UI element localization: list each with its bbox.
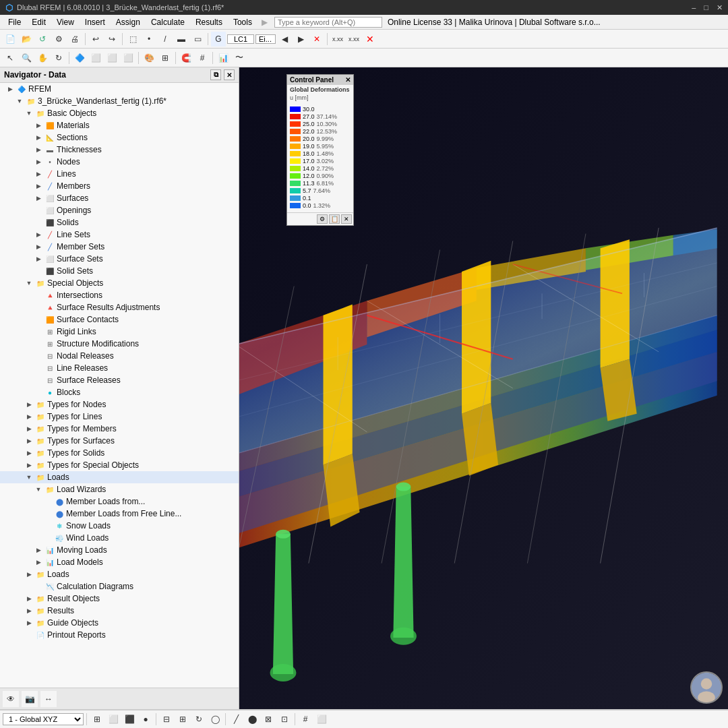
- grid-btn[interactable]: #: [195, 51, 210, 65]
- view-select[interactable]: 1 - Global XYZ: [3, 713, 84, 725]
- tree-surface-sets[interactable]: ▶ ⬜ Surface Sets: [0, 253, 239, 265]
- bt1[interactable]: ⊞: [90, 712, 104, 727]
- bt13[interactable]: #: [298, 712, 313, 727]
- tree-loads[interactable]: ▶ 📁 Loads: [0, 568, 239, 580]
- print-btn[interactable]: 🖨: [67, 32, 82, 47]
- tree-thicknesses[interactable]: ▶ ▬ Thicknesses: [0, 144, 239, 156]
- viewyz-btn[interactable]: ⬜: [121, 51, 135, 65]
- pan-btn[interactable]: ✋: [35, 51, 50, 65]
- calc-btn[interactable]: G: [211, 32, 226, 47]
- line-btn[interactable]: /: [158, 32, 173, 47]
- control-panel-close[interactable]: ✕: [345, 76, 351, 84]
- tree-guide-objects[interactable]: ▶ 📁 Guide Objects: [0, 617, 239, 629]
- tree-calc-diagrams[interactable]: 📉 Calculation Diagrams: [0, 580, 239, 593]
- tree-surface-releases[interactable]: ⊟ Surface Releases: [0, 374, 239, 386]
- menu-assign[interactable]: Assign: [111, 16, 146, 28]
- control-panel-header[interactable]: Control Panel ✕: [287, 75, 353, 85]
- user-avatar[interactable]: [690, 671, 723, 704]
- close2-btn[interactable]: ✕: [363, 32, 377, 47]
- cp-settings-btn[interactable]: ⚙: [317, 214, 328, 224]
- menu-results[interactable]: Results: [190, 16, 228, 28]
- tree-types-lines[interactable]: ▶ 📁 Types for Lines: [0, 411, 239, 423]
- tree-loads-grp[interactable]: ▼ 📁 Loads: [0, 471, 239, 483]
- prev-btn[interactable]: ◀: [277, 32, 292, 47]
- title-bar-controls[interactable]: – □ ✕: [692, 3, 723, 12]
- snap-btn[interactable]: 🧲: [179, 51, 193, 65]
- bt9[interactable]: ╱: [229, 712, 243, 727]
- tree-line-sets[interactable]: ▶ ╱ Line Sets: [0, 229, 239, 241]
- tree-root-rfem[interactable]: ▶ 🔷 RFEM: [0, 83, 239, 95]
- tree-nodes[interactable]: ▶ • Nodes: [0, 156, 239, 168]
- tree-snow-loads[interactable]: ❄ Snow Loads: [0, 520, 239, 532]
- menu-tools[interactable]: Tools: [228, 16, 257, 28]
- new-btn[interactable]: 📄: [3, 32, 18, 47]
- nav-btn-2[interactable]: 📷: [22, 691, 38, 707]
- menu-calculate[interactable]: Calculate: [146, 16, 190, 28]
- tree-member-loads-free[interactable]: ⬤ Member Loads from Free Line...: [0, 508, 239, 520]
- refresh-btn[interactable]: ↺: [35, 32, 50, 47]
- tree-materials[interactable]: ▶ 🟧 Materials: [0, 119, 239, 131]
- stop-btn[interactable]: ✕: [309, 32, 324, 47]
- menu-file[interactable]: File: [3, 16, 26, 28]
- tree-member-loads-from[interactable]: ⬤ Member Loads from...: [0, 495, 239, 508]
- tree-members[interactable]: ▶ ╱ Members: [0, 180, 239, 192]
- menu-view[interactable]: View: [51, 16, 80, 28]
- nav-btn-3[interactable]: ↔: [40, 691, 57, 707]
- viewport[interactable]: Control Panel ✕ Global Deformations u [m…: [239, 67, 728, 709]
- cursor-btn[interactable]: ↖: [3, 51, 18, 65]
- close-button[interactable]: ✕: [717, 3, 723, 12]
- viewxz-btn[interactable]: ⬜: [104, 51, 119, 65]
- tree-types-special[interactable]: ▶ 📁 Types for Special Objects: [0, 459, 239, 471]
- view3d-btn[interactable]: 🔷: [72, 51, 87, 65]
- tree-basic-objects[interactable]: ▼ 📁 Basic Objects: [0, 107, 239, 119]
- tree-wind-loads[interactable]: 💨 Wind Loads: [0, 532, 239, 544]
- tree-solids[interactable]: ⬛ Solids: [0, 216, 239, 229]
- node-btn[interactable]: •: [142, 32, 156, 47]
- bt12[interactable]: ⊡: [277, 712, 292, 727]
- tree-member-sets[interactable]: ▶ ╱ Member Sets: [0, 241, 239, 253]
- tree-printout[interactable]: 📄 Printout Reports: [0, 629, 239, 641]
- tree-surface-contacts[interactable]: 🟧 Surface Contacts: [0, 313, 239, 326]
- open-btn[interactable]: 📂: [19, 32, 34, 47]
- next-btn[interactable]: ▶: [293, 32, 308, 47]
- tree-result-objects[interactable]: ▶ 📁 Result Objects: [0, 593, 239, 605]
- nav-btn-1[interactable]: 👁: [3, 691, 19, 707]
- xyz-btn[interactable]: x.xx: [330, 32, 345, 47]
- tree-sections[interactable]: ▶ 📐 Sections: [0, 131, 239, 144]
- bt4[interactable]: ●: [138, 712, 153, 727]
- tree-types-solids[interactable]: ▶ 📁 Types for Solids: [0, 447, 239, 459]
- bt10[interactable]: ⬤: [245, 712, 260, 727]
- cp-export-btn[interactable]: 📋: [329, 214, 340, 224]
- bt11[interactable]: ⊠: [261, 712, 276, 727]
- tree-load-wizards[interactable]: ▼ 📁 Load Wizards: [0, 483, 239, 495]
- viewxy-btn[interactable]: ⬜: [88, 51, 103, 65]
- redo-btn[interactable]: ↪: [104, 32, 119, 47]
- tree-nodal-releases[interactable]: ⊟ Nodal Releases: [0, 350, 239, 362]
- nav-header-controls[interactable]: ⧉ ✕: [210, 69, 235, 80]
- menu-insert[interactable]: Insert: [80, 16, 111, 28]
- bt8[interactable]: ◯: [208, 712, 222, 727]
- tree-structure-mods[interactable]: ⊞ Structure Modifications: [0, 338, 239, 350]
- bt14[interactable]: ⬜: [314, 712, 329, 727]
- tree-solid-sets[interactable]: ⬛ Solid Sets: [0, 265, 239, 277]
- select-btn[interactable]: ⬚: [125, 32, 140, 47]
- bt5[interactable]: ⊟: [159, 712, 174, 727]
- zoom-btn[interactable]: 🔍: [19, 51, 34, 65]
- tree-surfaces[interactable]: ▶ ⬜ Surfaces: [0, 192, 239, 204]
- minimize-button[interactable]: –: [692, 3, 696, 12]
- rotate-btn[interactable]: ↻: [51, 51, 66, 65]
- load-disp-btn[interactable]: 📊: [216, 51, 231, 65]
- tree-intersections[interactable]: 🔺 Intersections: [0, 289, 239, 301]
- tree-moving-loads[interactable]: ▶ 📊 Moving Loads: [0, 544, 239, 556]
- surface-btn[interactable]: ▭: [190, 32, 205, 47]
- tree-blocks[interactable]: ● Blocks: [0, 386, 239, 398]
- bt6[interactable]: ⊞: [175, 712, 190, 727]
- tree-surface-results-adj[interactable]: 🔺 Surface Results Adjustments: [0, 301, 239, 313]
- cp-close-btn[interactable]: ✕: [341, 214, 352, 224]
- tree-line-releases[interactable]: ⊟ Line Releases: [0, 362, 239, 374]
- bt7[interactable]: ↻: [191, 712, 206, 727]
- member-btn[interactable]: ▬: [174, 32, 189, 47]
- undo-btn[interactable]: ↩: [88, 32, 103, 47]
- deform-btn[interactable]: 〜: [232, 51, 247, 65]
- tree-special-objects[interactable]: ▼ 📁 Special Objects: [0, 277, 239, 289]
